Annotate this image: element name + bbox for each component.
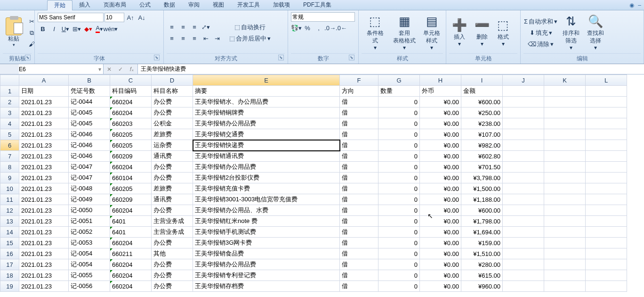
cell[interactable]: 记-0045 xyxy=(69,107,110,118)
cell[interactable]: 记-0046 xyxy=(69,140,110,151)
cell[interactable]: 借 xyxy=(340,162,378,173)
cell[interactable]: 记-0055 xyxy=(69,270,110,281)
cell[interactable]: 0 xyxy=(378,151,420,162)
cell[interactable]: 0 xyxy=(378,107,420,118)
formula-input[interactable]: 王美华报销快递费 xyxy=(138,64,644,74)
cell[interactable] xyxy=(544,205,586,216)
cell[interactable]: 记-0056 xyxy=(69,281,110,292)
cell[interactable]: 0 xyxy=(378,173,420,183)
cell[interactable]: 2021.01.23 xyxy=(19,259,69,270)
format-as-table-button[interactable]: ▦套用 表格格式▾ xyxy=(390,13,419,53)
cell[interactable]: 记-0047 xyxy=(69,173,110,183)
cell[interactable]: 记-0046 xyxy=(69,151,110,162)
cell[interactable]: 王美华报销专利登记费 xyxy=(193,270,340,281)
cell[interactable]: 660204 xyxy=(110,270,152,281)
cell[interactable]: 2021.01.23 xyxy=(19,238,69,248)
cell[interactable] xyxy=(544,86,586,97)
row-header-9[interactable]: 9 xyxy=(0,173,19,183)
conditional-format-button[interactable]: ⬚条件格式▾ xyxy=(362,13,388,53)
find-select-button[interactable]: 🔍查找和 选择▾ xyxy=(584,13,607,53)
cell[interactable]: 借 xyxy=(340,183,378,194)
cell[interactable]: 0 xyxy=(378,129,420,140)
col-header-E[interactable]: E xyxy=(193,75,340,86)
cell[interactable]: 公积金 xyxy=(152,118,193,129)
cell[interactable] xyxy=(586,216,627,227)
cell[interactable] xyxy=(503,129,544,140)
cell[interactable] xyxy=(503,281,544,292)
cell[interactable]: 王美华报销办公用品费 xyxy=(193,162,340,173)
border-button[interactable]: ⊞▾ xyxy=(72,24,82,34)
row-header-3[interactable]: 3 xyxy=(0,107,19,118)
minimize-ribbon-icon[interactable]: – xyxy=(638,2,641,8)
row-header-2[interactable]: 2 xyxy=(0,97,19,107)
cell[interactable]: ¥0.00 xyxy=(420,238,461,248)
cell[interactable]: 办公费 xyxy=(152,205,193,216)
cell[interactable]: 借 xyxy=(340,173,378,183)
cell[interactable]: 6401 xyxy=(110,216,152,227)
cell[interactable]: ¥0.00 xyxy=(420,270,461,281)
delete-cells-button[interactable]: ➖删除▾ xyxy=(472,16,492,49)
cell[interactable] xyxy=(586,227,627,238)
cell[interactable] xyxy=(544,227,586,238)
align-left-button[interactable]: ≡ xyxy=(167,33,177,44)
cell[interactable]: 王美华报销办公用品、水费 xyxy=(193,205,340,216)
cell[interactable]: 2021.01.23 xyxy=(19,107,69,118)
cell[interactable] xyxy=(544,281,586,292)
cell[interactable]: ¥0.00 xyxy=(420,281,461,292)
decrease-font-button[interactable]: A↓ xyxy=(137,12,147,23)
font-dialog-icon[interactable]: ⬊ xyxy=(154,55,160,60)
cell[interactable]: 借 xyxy=(340,238,378,248)
tab-3[interactable]: 公式 xyxy=(133,0,157,10)
cell-styles-button[interactable]: ▤单元格 样式▾ xyxy=(420,13,443,53)
cell[interactable]: 王美华报销3G网卡费 xyxy=(193,238,340,248)
cell[interactable]: 王美华报销水、办公用品费 xyxy=(193,97,340,107)
align-dialog-icon[interactable]: ⬊ xyxy=(278,55,284,60)
fill-button[interactable]: ⬇ 填充▾ xyxy=(523,28,558,38)
row-header-6[interactable]: 6 xyxy=(0,140,19,151)
cell[interactable]: 2021.01.23 xyxy=(19,129,69,140)
cell[interactable]: 主营业务成 xyxy=(152,227,193,238)
cell[interactable]: 660209 xyxy=(110,194,152,205)
cell[interactable]: 记-0044 xyxy=(69,97,110,107)
number-dialog-icon[interactable]: ⬊ xyxy=(349,55,354,60)
select-all-corner[interactable] xyxy=(0,75,19,86)
cell[interactable]: 记-0049 xyxy=(69,194,110,205)
col-header-C[interactable]: C xyxy=(110,75,152,86)
cell[interactable]: 2021.01.23 xyxy=(19,173,69,183)
cell[interactable] xyxy=(544,216,586,227)
cell[interactable]: ¥1,694.00 xyxy=(461,227,503,238)
decrease-decimal-button[interactable]: .0← xyxy=(336,23,346,33)
row-header-11[interactable]: 11 xyxy=(0,194,19,205)
cell[interactable]: 方向 xyxy=(340,86,378,97)
cell[interactable]: 2021.01.23 xyxy=(19,97,69,107)
cell[interactable]: ¥615.00 xyxy=(461,270,503,281)
cell[interactable]: 0 xyxy=(378,248,420,259)
cell[interactable]: ¥960.00 xyxy=(461,281,503,292)
cell[interactable]: ¥600.00 xyxy=(461,97,503,107)
row-header-10[interactable]: 10 xyxy=(0,183,19,194)
cell[interactable] xyxy=(544,151,586,162)
cell[interactable]: 0 xyxy=(378,140,420,151)
cell[interactable]: 外币 xyxy=(420,86,461,97)
cell[interactable] xyxy=(586,107,627,118)
tab-6[interactable]: 视图 xyxy=(206,0,231,10)
align-bottom-button[interactable]: ≡ xyxy=(189,22,200,33)
cell[interactable] xyxy=(544,118,586,129)
cell[interactable]: 2021.01.23 xyxy=(19,248,69,259)
row-header-15[interactable]: 15 xyxy=(0,238,19,248)
cell[interactable]: 王美华报销存档费 xyxy=(193,281,340,292)
cell[interactable]: ¥1,500.00 xyxy=(461,183,503,194)
orientation-button[interactable]: ⤢▾ xyxy=(201,22,211,33)
row-header-1[interactable]: 1 xyxy=(0,86,19,97)
cell[interactable]: 6401 xyxy=(110,227,152,238)
cell[interactable]: 王美华报销通讯费 xyxy=(193,151,340,162)
cell[interactable]: 660204 xyxy=(110,107,152,118)
cell[interactable]: ¥0.00 xyxy=(420,97,461,107)
cell[interactable] xyxy=(503,270,544,281)
cell[interactable] xyxy=(544,248,586,259)
cell[interactable]: 通讯费 xyxy=(152,194,193,205)
increase-indent-button[interactable]: ⇥ xyxy=(212,33,222,44)
format-cells-button[interactable]: ⬚格式▾ xyxy=(494,16,512,49)
cell[interactable]: ¥0.00 xyxy=(420,227,461,238)
cell[interactable]: 借 xyxy=(340,227,378,238)
